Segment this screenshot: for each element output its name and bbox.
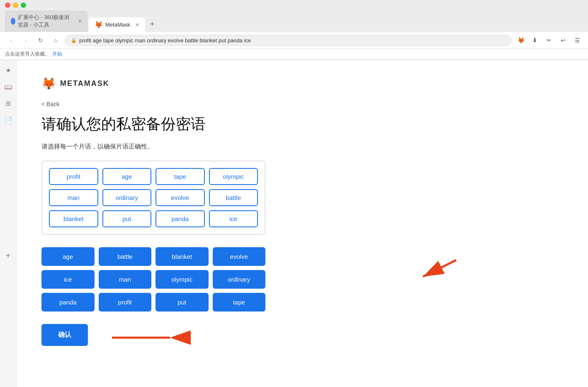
arrow-area: profitagetapeolympicmanordinaryevolvebat… (41, 161, 415, 346)
info-bar: 点击这里导入收藏。 开始 (0, 49, 588, 60)
word-chip-ice[interactable]: ice (209, 210, 258, 227)
tab-metamask-close[interactable]: ✕ (135, 22, 139, 28)
sidebar-icon-grid[interactable]: ⊞ (3, 98, 13, 108)
history-icon[interactable]: ↩ (557, 34, 569, 46)
sidebar: ★ 📖 ⊞ 📄 + ◁ (0, 60, 17, 387)
address-bar-row: ‹ › ↻ ⌂ 🔒 profit age tape olympic man or… (0, 32, 588, 49)
selected-chip-tape[interactable]: tape (213, 293, 266, 312)
scissors-icon[interactable]: ✂ (543, 34, 555, 46)
tab-extensions-label: 扩展中心 - 360极速浏览器 - 小工具 (18, 14, 73, 29)
tab-extensions-close[interactable]: ✕ (78, 18, 82, 24)
tab-metamask[interactable]: 🦊 MetaMask ✕ (89, 17, 145, 32)
titlebar (0, 0, 588, 10)
word-chip-battle[interactable]: battle (209, 189, 258, 206)
back-nav-btn[interactable]: ‹ (5, 34, 17, 46)
word-chip-olympic[interactable]: olympic (209, 168, 258, 185)
selected-chip-battle[interactable]: battle (99, 247, 152, 266)
metamask-title: METAMASK (60, 79, 109, 88)
selected-chip-ordinary[interactable]: ordinary (213, 270, 266, 289)
sidebar-icon-doc[interactable]: 📄 (3, 115, 13, 125)
page-heading: 请确认您的私密备份密语 (41, 114, 563, 134)
word-grid-unselected: profitagetapeolympicmanordinaryevolvebat… (41, 161, 265, 235)
browser-actions: 🦊 ⬇ ✂ ↩ ☰ (515, 34, 583, 46)
address-bar[interactable]: 🔒 profit age tape olympic man ordinary e… (65, 35, 512, 46)
address-text: profit age tape olympic man ordinary evo… (79, 37, 251, 44)
forward-nav-btn[interactable]: › (20, 34, 32, 46)
infobar-link[interactable]: 开始 (52, 51, 62, 58)
selected-chip-put[interactable]: put (156, 293, 209, 312)
selected-chip-panda[interactable]: panda (41, 293, 95, 312)
fox-extension-icon[interactable]: 🦊 (515, 34, 527, 46)
back-link[interactable]: < Back (41, 101, 59, 107)
sidebar-icon-book[interactable]: 📖 (3, 82, 13, 92)
arrow-bottom (108, 327, 174, 348)
minimize-window-btn[interactable] (13, 2, 18, 8)
word-chip-evolve[interactable]: evolve (156, 189, 205, 206)
menu-icon[interactable]: ☰ (571, 34, 583, 46)
word-chip-tape[interactable]: tape (156, 168, 205, 185)
tab-extensions[interactable]: 扩展中心 - 360极速浏览器 - 小工具 ✕ (5, 10, 88, 32)
browser-chrome: 扩展中心 - 360极速浏览器 - 小工具 ✕ 🦊 MetaMask ✕ + ‹… (0, 0, 588, 60)
word-chip-man[interactable]: man (49, 189, 98, 206)
page-content: 🦊 METAMASK < Back 请确认您的私密备份密语 请选择每一个片语，以… (17, 60, 588, 387)
refresh-nav-btn[interactable]: ↻ (35, 34, 46, 46)
tab-metamask-label: MetaMask (105, 22, 130, 28)
selected-chip-ice[interactable]: ice (41, 270, 95, 289)
word-chip-panda[interactable]: panda (156, 210, 205, 227)
confirm-button[interactable]: 确认 (41, 324, 88, 346)
word-chip-blanket[interactable]: blanket (49, 210, 98, 227)
home-nav-btn[interactable]: ⌂ (50, 34, 61, 46)
sidebar-add-btn[interactable]: + (3, 251, 13, 261)
new-tab-btn[interactable]: + (146, 17, 159, 32)
metamask-logo: 🦊 (41, 77, 56, 90)
page-subtitle: 请选择每一个片语，以确保片语正确性。 (41, 143, 563, 151)
selected-chip-olympic[interactable]: olympic (156, 270, 209, 289)
infobar-text: 点击这里导入收藏。 (5, 51, 50, 58)
selected-chip-blanket[interactable]: blanket (156, 247, 209, 266)
selected-chip-age[interactable]: age (41, 247, 95, 266)
selected-chip-profit[interactable]: profit (99, 293, 152, 312)
window-controls (5, 2, 26, 8)
metamask-header: 🦊 METAMASK (41, 77, 563, 90)
arrow-top (415, 256, 464, 281)
confirm-area: 确认 (41, 324, 88, 346)
selected-chip-evolve[interactable]: evolve (213, 247, 266, 266)
word-chip-put[interactable]: put (102, 210, 152, 227)
close-window-btn[interactable] (5, 2, 10, 8)
selected-grid: agebattleblanketevolveicemanolympicordin… (41, 247, 265, 312)
tab-bar: 扩展中心 - 360极速浏览器 - 小工具 ✕ 🦊 MetaMask ✕ + (0, 10, 588, 32)
svg-line-1 (423, 260, 456, 277)
browser-body: ★ 📖 ⊞ 📄 + ◁ 🦊 METAMASK < Back 请确认您的私密备份密… (0, 60, 588, 387)
lock-icon: 🔒 (71, 38, 77, 43)
word-chip-age[interactable]: age (102, 168, 152, 185)
selected-chip-man[interactable]: man (99, 270, 152, 289)
download-icon[interactable]: ⬇ (529, 34, 541, 46)
maximize-window-btn[interactable] (21, 2, 26, 8)
word-chip-ordinary[interactable]: ordinary (102, 189, 152, 206)
word-chip-profit[interactable]: profit (49, 168, 98, 185)
sidebar-icon-star[interactable]: ★ (3, 65, 13, 75)
